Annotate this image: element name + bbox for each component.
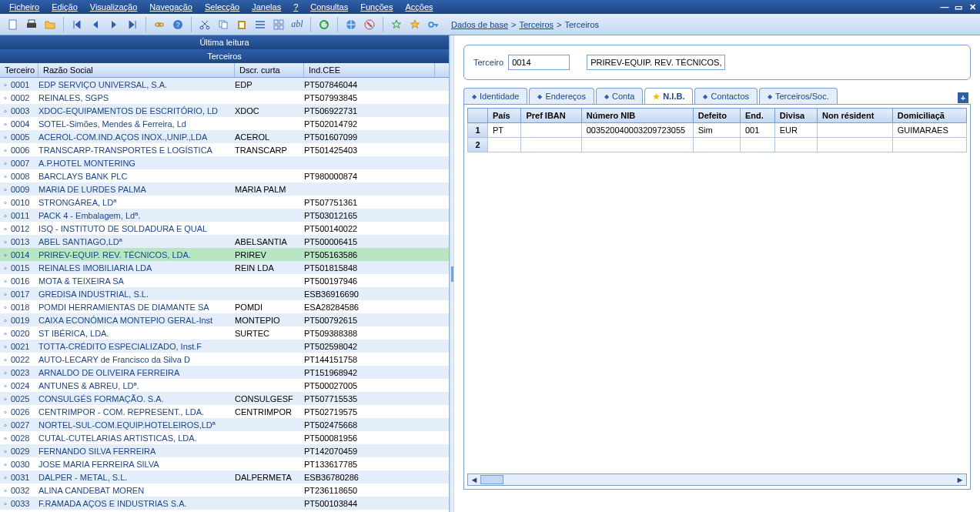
list-row[interactable]: ◦0014PRIREV-EQUIP. REV. TÉCNICOS, LDA.PR…: [0, 248, 449, 261]
nav-next-icon[interactable]: [105, 16, 122, 33]
maximize-button[interactable]: ▭: [952, 2, 965, 12]
expand-button[interactable]: +: [958, 92, 968, 103]
list-row[interactable]: ◦0010STRONGÁREA, LDªPT507751361: [0, 196, 449, 209]
menu-seleccao[interactable]: Selecção: [199, 2, 246, 12]
list-row[interactable]: ◦0006TRANSCARP-TRANSPORTES E LOGÍSTICATR…: [0, 143, 449, 156]
table-row[interactable]: 1PT003520040003209723055Sim001EURGUIMARA…: [468, 123, 967, 138]
list-row[interactable]: ◦0019CAIXA ECONÓMICA MONTEPIO GERAL-Inst…: [0, 313, 449, 326]
menu-funcoes[interactable]: Funções: [354, 2, 399, 12]
list-row[interactable]: ◦0025CONSULGÉS FORMAÇÃO. S.A.CONSULGESFP…: [0, 392, 449, 405]
th-divisa[interactable]: Divisa: [774, 109, 817, 123]
menu-visualizacao[interactable]: Visualização: [84, 2, 144, 12]
cell-pref[interactable]: [521, 138, 581, 152]
list-row[interactable]: ◦0001EDP SERVIÇO UNIVERSAL, S.A.EDPPT507…: [0, 78, 449, 91]
tab-conta[interactable]: ◆Conta: [596, 88, 643, 104]
list-row[interactable]: ◦0009MARIA DE LURDES PALMAMARIA PALM: [0, 182, 449, 196]
list-row[interactable]: ◦0007A.P.HOTEL MONTERING: [0, 156, 449, 169]
menu-help[interactable]: ?: [287, 2, 304, 12]
list-body[interactable]: ◦0001EDP SERVIÇO UNIVERSAL, S.A.EDPPT507…: [0, 78, 449, 512]
menu-edicao[interactable]: Edição: [45, 2, 84, 12]
list-row[interactable]: ◦0013ABEL SANTIAGO,LDªABELSANTIAPT500006…: [0, 235, 449, 248]
link-icon[interactable]: [151, 16, 168, 33]
tab-nib[interactable]: ★N.I.B.: [644, 88, 693, 104]
th-pais[interactable]: País: [488, 109, 521, 123]
tab-contactos[interactable]: ◆Contactos: [694, 88, 758, 104]
th-end[interactable]: End.: [740, 109, 774, 123]
globe-icon[interactable]: [343, 16, 360, 33]
breadcrumb-mid[interactable]: Terceiros: [519, 20, 554, 29]
scroll-thumb[interactable]: [480, 475, 503, 484]
tab-identidade[interactable]: ◆Identidade: [463, 88, 527, 104]
list-row[interactable]: ◦0005ACEROL-COM.IND.AÇOS INOX.,UNIP.,LDA…: [0, 130, 449, 143]
list-row[interactable]: ◦0021TOTTA-CRÉDITO ESPECIALIZADO, Inst.F…: [0, 340, 449, 353]
text-icon[interactable]: abl: [289, 16, 306, 33]
list-row[interactable]: ◦0027NORTEL-SUL-COM.EQUIP.HOTELEIROS,LDª…: [0, 418, 449, 431]
cell-divisa[interactable]: EUR: [774, 123, 817, 138]
minimize-button[interactable]: —: [938, 2, 951, 12]
menu-consultas[interactable]: Consultas: [304, 2, 354, 12]
menu-janelas[interactable]: Janelas: [246, 2, 287, 12]
cell-dom[interactable]: [892, 138, 966, 152]
nav-first-icon[interactable]: [69, 16, 85, 33]
cell-end[interactable]: [740, 138, 774, 152]
cell-dom[interactable]: GUIMARAES: [892, 123, 966, 138]
cell-nonres[interactable]: [818, 123, 893, 138]
cell-pais[interactable]: [488, 138, 521, 152]
cell-divisa[interactable]: [774, 138, 817, 152]
cell-end[interactable]: 001: [740, 123, 774, 138]
list-row[interactable]: ◦0024ANTUNES & ABREU, LDª.PT500027005: [0, 379, 449, 392]
scroll-left-icon[interactable]: ◄: [468, 475, 480, 484]
new-icon[interactable]: [5, 16, 22, 33]
list-row[interactable]: ◦0032ALINA CANDEBAT MORENPT236118650: [0, 484, 449, 497]
list-row[interactable]: ◦0028CUTAL-CUTELARIAS ARTISTICAS, LDA.PT…: [0, 431, 449, 444]
list-header-terceiro[interactable]: Terceiro: [0, 63, 38, 77]
list-row[interactable]: ◦0012ISQ - INSTITUTO DE SOLDADURA E QUAL…: [0, 222, 449, 235]
input-terceiro-desc[interactable]: [587, 55, 725, 70]
list-config-icon[interactable]: [252, 16, 269, 33]
favorite-icon[interactable]: [406, 16, 423, 33]
list-row[interactable]: ◦0002REINALES, SGPSPT507993845: [0, 91, 449, 104]
breadcrumb-root[interactable]: Dados de base: [451, 20, 508, 29]
tab-enderecos[interactable]: ◆Endereços: [529, 88, 594, 104]
menu-ficheiro[interactable]: Ficheiro: [3, 2, 45, 12]
cell-pref[interactable]: [521, 123, 581, 138]
list-row[interactable]: ◦0020ST IBÉRICA, LDA.SURTECPT509388388: [0, 326, 449, 340]
stop-icon[interactable]: [361, 16, 378, 33]
key-icon[interactable]: [425, 16, 442, 33]
th-non-resident[interactable]: Non résident: [818, 109, 893, 123]
menu-navegacao[interactable]: Navegação: [143, 2, 199, 12]
list-row[interactable]: ◦0033F.RAMADA AÇOS E INDUSTRIAS S.A.PT50…: [0, 497, 449, 510]
refresh-icon[interactable]: [316, 16, 333, 33]
favorite-add-icon[interactable]: [388, 16, 405, 33]
input-terceiro-code[interactable]: [508, 55, 570, 70]
cell-pais[interactable]: PT: [488, 123, 521, 138]
th-domiciliacao[interactable]: Domiciliaçã: [892, 109, 966, 123]
print-icon[interactable]: [23, 16, 40, 33]
cell-nib[interactable]: 003520040003209723055: [581, 123, 693, 138]
table-row[interactable]: 2: [468, 138, 967, 152]
list-row[interactable]: ◦0031DALPER - METAL, S.L.DALPERMETAESB36…: [0, 470, 449, 484]
list-row[interactable]: ◦0016MOTA & TEIXEIRA SAPT500197946: [0, 274, 449, 287]
cell-defeito[interactable]: Sim: [693, 123, 740, 138]
list-row[interactable]: ◦0030JOSE MARIA FERREIRA SILVAPT13361778…: [0, 457, 449, 470]
list-row[interactable]: ◦0004SOTEL-Simões, Mendes & Ferreira, Ld…: [0, 117, 449, 130]
list-row[interactable]: ◦0018POMDI HERRAMIENTAS DE DIAMANTE SAPO…: [0, 300, 449, 313]
list-row[interactable]: ◦0008BARCLAYS BANK PLCPT980000874: [0, 169, 449, 182]
list-row[interactable]: ◦0015REINALES IMOBILIARIA LDAREIN LDAPT5…: [0, 261, 449, 274]
list-header-dscr[interactable]: Dscr. curta: [235, 63, 304, 77]
help-icon[interactable]: ?: [169, 16, 186, 33]
tab-terceiros-soc[interactable]: ◆Terceiros/Soc.: [759, 88, 838, 104]
list-row[interactable]: ◦0011PACK 4 - Embalagem, Ldª.PT503012165: [0, 209, 449, 222]
horizontal-scrollbar[interactable]: ◄ ►: [467, 474, 967, 486]
list-header-indcee[interactable]: Ind.CEE: [304, 63, 435, 77]
list-row[interactable]: ◦0003XDOC-EQUIPAMENTOS DE ESCRITÓRIO, LD…: [0, 104, 449, 117]
cell-defeito[interactable]: [693, 138, 740, 152]
cut-icon[interactable]: [196, 16, 213, 33]
list-row[interactable]: ◦0026CENTRIMPOR - COM. REPRESENT., LDA.C…: [0, 405, 449, 418]
th-pref-iban[interactable]: Pref IBAN: [521, 109, 581, 123]
grid-icon[interactable]: [270, 16, 287, 33]
list-header-razao[interactable]: Razão Social: [38, 63, 235, 77]
paste-icon[interactable]: [233, 16, 250, 33]
menu-accoes[interactable]: Acções: [399, 2, 439, 12]
close-button[interactable]: ✕: [966, 2, 978, 12]
